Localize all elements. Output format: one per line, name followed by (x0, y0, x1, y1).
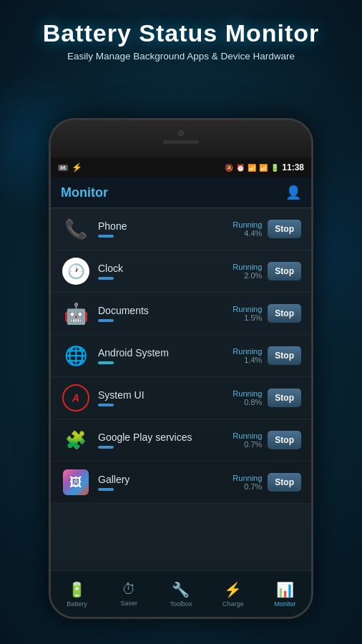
clock-app-icon: 🕐 (62, 258, 89, 285)
running-label-play-services: Running (233, 431, 262, 440)
page-subtitle: Easily Manage Background Apps & Device H… (14, 51, 348, 62)
app-list: 📞 Phone Running 4.4% Stop 🕐 Clock (51, 208, 311, 570)
page-header: Battery Status Monitor Easily Manage Bac… (0, 0, 362, 74)
app-status-android-system: Running 1.4% (233, 347, 262, 364)
app-info-play-services: Google Play services (91, 431, 233, 449)
app-header: Monitor 👤 (51, 177, 311, 208)
stop-button-documents[interactable]: Stop (268, 304, 301, 323)
charge-nav-icon: ⚡ (224, 581, 242, 598)
app-indicator-android-system (98, 361, 114, 364)
app-name-android-system: Android System (98, 347, 225, 358)
status-bar: 86 ⚡ 🔕 ⏰ 📶 📶 🔋 11:38 (51, 157, 311, 177)
stop-button-phone[interactable]: Stop (268, 220, 301, 238)
mute-icon: 🔕 (225, 164, 233, 172)
nav-battery[interactable]: 🔋 Battery (51, 571, 103, 617)
percent-play-services: 0.7% (233, 440, 262, 449)
stop-button-android-system[interactable]: Stop (268, 346, 301, 365)
list-item: 🌐 Android System Running 1.4% Stop (51, 335, 311, 377)
app-icon-phone: 📞 (61, 214, 91, 244)
app-icon-play-services: 🧩 (61, 425, 91, 455)
app-icon-documents: 🤖 (61, 298, 91, 328)
phone-camera (178, 130, 184, 136)
app-indicator-phone (98, 235, 114, 238)
app-status-system-ui: Running 0.8% (233, 389, 262, 406)
running-label-clock: Running (233, 263, 262, 271)
alarm-icon: ⏰ (236, 164, 245, 172)
running-label-gallery: Running (233, 474, 262, 482)
percent-gallery: 0.7% (233, 482, 262, 491)
gallery-app-icon: 🖼 (63, 469, 89, 495)
saver-nav-label: Saver (120, 600, 137, 607)
stop-button-clock[interactable]: Stop (268, 262, 301, 280)
phone-speaker (163, 140, 199, 144)
stop-button-play-services[interactable]: Stop (268, 431, 301, 449)
app-name-clock: Clock (98, 263, 225, 274)
app-indicator-play-services (98, 446, 114, 449)
app-name-play-services: Google Play services (98, 431, 225, 443)
app-indicator-documents (98, 319, 114, 322)
list-item: A System UI Running 0.8% Stop (51, 377, 311, 419)
app-info-clock: Clock (91, 263, 233, 280)
app-title: Monitor (61, 185, 108, 200)
signal-icon: 📶 (259, 164, 268, 172)
running-label-phone: Running (233, 220, 262, 229)
nav-monitor[interactable]: 📊 Monitor (259, 571, 311, 617)
charge-nav-label: Charge (222, 600, 244, 608)
status-right-icons: 🔕 ⏰ 📶 📶 🔋 11:38 (225, 162, 304, 172)
app-info-phone: Phone (91, 220, 233, 238)
status-time: 11:38 (282, 162, 304, 172)
monitor-nav-icon: 📊 (276, 581, 294, 598)
percent-system-ui: 0.8% (233, 398, 262, 406)
app-name-system-ui: System UI (98, 389, 225, 401)
app-indicator-system-ui (98, 404, 114, 406)
app-info-gallery: Gallery (91, 474, 233, 491)
page-title: Battery Status Monitor (14, 20, 348, 47)
saver-nav-icon: ⏱ (122, 581, 136, 597)
profile-icon[interactable]: 👤 (285, 185, 301, 200)
stop-button-gallery[interactable]: Stop (268, 473, 301, 492)
percent-android-system: 1.4% (233, 356, 262, 364)
app-status-phone: Running 4.4% (233, 220, 262, 238)
running-label-system-ui: Running (233, 389, 262, 398)
app-icon-android-system: 🌐 (61, 341, 91, 371)
toolbox-nav-icon: 🔧 (172, 581, 190, 598)
list-item: 🕐 Clock Running 2.0% Stop (51, 250, 311, 293)
nav-charge[interactable]: ⚡ Charge (207, 571, 259, 617)
list-item: 🖼 Gallery Running 0.7% Stop (51, 462, 311, 504)
battery-status-icon: 🔋 (270, 164, 279, 172)
app-status-documents: Running 1.5% (233, 305, 262, 322)
list-item: 📞 Phone Running 4.4% Stop (51, 208, 311, 250)
android-system-app-icon: 🌐 (62, 342, 89, 369)
app-status-gallery: Running 0.7% (233, 474, 262, 491)
battery-nav-icon: 🔋 (68, 581, 86, 598)
list-item: 🧩 Google Play services Running 0.7% Stop (51, 419, 311, 462)
app-indicator-gallery (98, 488, 114, 491)
system-ui-app-icon: A (62, 384, 89, 411)
nav-toolbox[interactable]: 🔧 Toolbox (155, 571, 207, 617)
app-screen: Monitor 👤 📞 Phone Running 4.4% Stop (51, 177, 311, 617)
percent-clock: 2.0% (233, 271, 262, 280)
app-info-system-ui: System UI (91, 389, 233, 406)
percent-documents: 1.5% (233, 313, 262, 322)
phone-top (51, 120, 311, 157)
running-label-android-system: Running (233, 347, 262, 356)
battery-nav-label: Battery (67, 600, 87, 608)
stop-button-system-ui[interactable]: Stop (268, 389, 301, 407)
app-info-documents: Documents (91, 305, 233, 322)
phone-frame: 86 ⚡ 🔕 ⏰ 📶 📶 🔋 11:38 Monitor 👤 📞 (49, 118, 313, 619)
list-item: 🤖 Documents Running 1.5% Stop (51, 293, 311, 335)
app-name-documents: Documents (98, 305, 225, 316)
phone-app-icon: 📞 (62, 215, 89, 243)
nav-saver[interactable]: ⏱ Saver (103, 571, 155, 617)
documents-app-icon: 🤖 (62, 300, 89, 327)
app-status-clock: Running 2.0% (233, 263, 262, 280)
app-icon-clock: 🕐 (61, 256, 91, 286)
app-info-android-system: Android System (91, 347, 233, 364)
status-left-icons: 86 ⚡ (58, 162, 82, 172)
app-icon-system-ui: A (61, 383, 91, 413)
toolbox-nav-label: Toolbox (170, 600, 192, 608)
cyanogen-icon: ⚡ (72, 162, 82, 172)
app-name-phone: Phone (98, 220, 225, 232)
running-label-documents: Running (233, 305, 262, 313)
monitor-nav-label: Monitor (275, 600, 296, 608)
